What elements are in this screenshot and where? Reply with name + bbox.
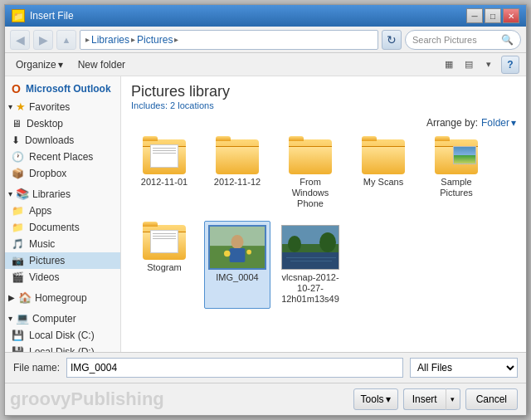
homegroup-section: ▶ 🏠 Homegroup bbox=[5, 289, 120, 306]
sidebar-item-dropbox[interactable]: 📦 Dropbox bbox=[5, 165, 120, 182]
refresh-button[interactable]: ↻ bbox=[382, 30, 402, 50]
sidebar-item-pictures[interactable]: 📷 Pictures bbox=[5, 252, 120, 269]
sidebar-item-local-c[interactable]: 💾 Local Disk (C:) bbox=[5, 327, 120, 344]
svg-rect-12 bbox=[290, 261, 332, 261]
folder-name-2012-11-01: 2012-11-01 bbox=[141, 177, 188, 188]
folder-name-2012-11-12: 2012-11-12 bbox=[214, 177, 261, 188]
insert-dropdown-arrow[interactable]: ▾ bbox=[446, 388, 460, 410]
action-bar: Organize ▾ New folder ▦ ▤ ▾ ? bbox=[5, 53, 526, 76]
svg-point-14 bbox=[319, 232, 336, 252]
computer-label: Computer bbox=[32, 313, 76, 325]
maximize-button[interactable]: □ bbox=[485, 8, 501, 23]
address-toolbar: ◀ ▶ ▲ ▸ Libraries ▸ Pictures ▸ ↻ Search … bbox=[5, 27, 526, 53]
favorites-label: Favorites bbox=[29, 101, 70, 113]
sidebar-item-desktop[interactable]: 🖥 Desktop bbox=[5, 115, 120, 132]
pictures-icon: 📷 bbox=[12, 255, 24, 266]
landscape-photo-svg bbox=[282, 226, 339, 270]
desktop-icon: 🖥 bbox=[12, 118, 22, 129]
homegroup-label: Homegroup bbox=[35, 292, 87, 304]
back-button[interactable]: ◀ bbox=[10, 30, 30, 50]
sidebar-item-videos[interactable]: 🎬 Videos bbox=[5, 269, 120, 286]
tools-button[interactable]: Tools ▾ bbox=[353, 388, 398, 410]
sidebar-item-outlook[interactable]: O Microsoft Outlook bbox=[5, 80, 120, 98]
search-bar[interactable]: Search Pictures 🔍 bbox=[405, 30, 521, 50]
documents-label: Documents bbox=[29, 222, 80, 233]
organize-arrow-icon: ▾ bbox=[58, 59, 63, 71]
file-name-vlcsnap: vlcsnap-2012-10-27-12h01m13s49 bbox=[281, 272, 339, 305]
libraries-header[interactable]: ▾ 📚 Libraries bbox=[5, 185, 120, 203]
sidebar-item-downloads[interactable]: ⬇ Downloads bbox=[5, 132, 120, 149]
music-label: Music bbox=[29, 238, 55, 250]
folder-icon-2012-11-12 bbox=[216, 139, 259, 174]
path-sep1: ▸ bbox=[131, 35, 135, 44]
insert-button[interactable]: Insert bbox=[403, 388, 446, 410]
help-button[interactable]: ? bbox=[501, 56, 519, 74]
folder-sample-pictures[interactable]: Sample Pictures bbox=[423, 135, 490, 214]
sidebar-item-music[interactable]: 🎵 Music bbox=[5, 236, 120, 252]
address-bar[interactable]: ▸ Libraries ▸ Pictures ▸ bbox=[80, 30, 378, 50]
favorites-header[interactable]: ▾ ★ Favorites bbox=[5, 98, 120, 115]
disk-c-label: Local Disk (C:) bbox=[29, 330, 95, 341]
file-img-0004[interactable]: IMG_0004 bbox=[204, 221, 270, 310]
folder-name-stogram: Stogram bbox=[147, 262, 182, 273]
insert-split-button[interactable]: Insert ▾ bbox=[403, 388, 460, 410]
organize-label: Organize bbox=[16, 59, 56, 71]
documents-icon: 📁 bbox=[12, 222, 24, 233]
cancel-button[interactable]: Cancel bbox=[465, 388, 518, 410]
videos-label: Videos bbox=[29, 271, 59, 283]
apps-folder-icon: 📁 bbox=[12, 205, 24, 217]
view-chevron-icon[interactable]: ▾ bbox=[480, 56, 498, 74]
sidebar-item-recent-places[interactable]: 🕐 Recent Places bbox=[5, 149, 120, 165]
folder-my-scans[interactable]: My Scans bbox=[350, 135, 417, 214]
folder-stogram[interactable]: Stogram bbox=[131, 221, 197, 310]
path-pictures[interactable]: Pictures bbox=[137, 34, 173, 46]
arrange-dropdown-arrow-icon: ▾ bbox=[511, 117, 516, 129]
filetype-select[interactable]: All Files bbox=[410, 358, 518, 378]
organize-button[interactable]: Organize ▾ bbox=[12, 56, 67, 73]
computer-header[interactable]: ▾ 💻 Computer bbox=[5, 310, 120, 327]
folder-2012-11-01[interactable]: 2012-11-01 bbox=[131, 135, 197, 214]
file-vlcsnap[interactable]: vlcsnap-2012-10-27-12h01m13s49 bbox=[277, 221, 343, 310]
disk-d-label: Local Disk (D:) bbox=[29, 346, 95, 352]
svg-point-6 bbox=[246, 249, 251, 254]
action-bar-right: ▦ ▤ ▾ ? bbox=[440, 56, 519, 74]
view-icon-list[interactable]: ▤ bbox=[460, 56, 478, 74]
dropbox-icon: 📦 bbox=[12, 168, 24, 179]
apps-label: Apps bbox=[29, 205, 51, 217]
minimize-button[interactable]: ─ bbox=[466, 8, 483, 23]
up-button[interactable]: ▲ bbox=[56, 30, 76, 50]
computer-icon: 💻 bbox=[16, 312, 29, 325]
filename-input[interactable] bbox=[66, 358, 403, 378]
path-sep2: ▸ bbox=[174, 35, 178, 44]
person-photo-svg bbox=[210, 225, 265, 270]
sidebar: O Microsoft Outlook ▾ ★ Favorites 🖥 Desk… bbox=[5, 76, 121, 352]
new-folder-button[interactable]: New folder bbox=[74, 56, 129, 73]
arrange-value: Folder bbox=[481, 117, 509, 129]
svg-point-13 bbox=[288, 236, 301, 252]
file-grid: 2012-11-01 2012-11-12 bbox=[131, 135, 516, 309]
close-button[interactable]: ✕ bbox=[503, 8, 519, 23]
folder-2012-11-12[interactable]: 2012-11-12 bbox=[204, 135, 270, 214]
folder-from-windows-phone[interactable]: From Windows Phone bbox=[277, 135, 343, 214]
disk-d-icon: 💾 bbox=[12, 346, 24, 352]
folder-icon-sample-pictures bbox=[435, 139, 478, 174]
folder-name-sample-pictures: Sample Pictures bbox=[427, 177, 485, 198]
sidebar-item-local-d[interactable]: 💾 Local Disk (D:) bbox=[5, 344, 120, 352]
view-icon-grid[interactable]: ▦ bbox=[440, 56, 458, 74]
disk-c-icon: 💾 bbox=[12, 330, 24, 341]
homegroup-header[interactable]: ▶ 🏠 Homegroup bbox=[5, 289, 120, 306]
music-icon: 🎵 bbox=[12, 238, 24, 250]
arrange-dropdown[interactable]: Folder ▾ bbox=[481, 117, 516, 129]
desktop-label: Desktop bbox=[27, 118, 63, 129]
content-title: Pictures library bbox=[131, 83, 516, 100]
svg-rect-11 bbox=[286, 257, 336, 258]
computer-section: ▾ 💻 Computer 💾 Local Disk (C:) 💾 Local D… bbox=[5, 310, 120, 352]
path-libraries[interactable]: Libraries bbox=[91, 34, 129, 46]
forward-button[interactable]: ▶ bbox=[33, 30, 53, 50]
pictures-label: Pictures bbox=[29, 255, 65, 266]
homegroup-icon: 🏠 bbox=[18, 291, 32, 304]
sidebar-item-apps[interactable]: 📁 Apps bbox=[5, 203, 120, 219]
tools-arrow-icon: ▾ bbox=[386, 393, 391, 405]
sidebar-item-documents[interactable]: 📁 Documents bbox=[5, 219, 120, 236]
videos-icon: 🎬 bbox=[12, 271, 24, 283]
